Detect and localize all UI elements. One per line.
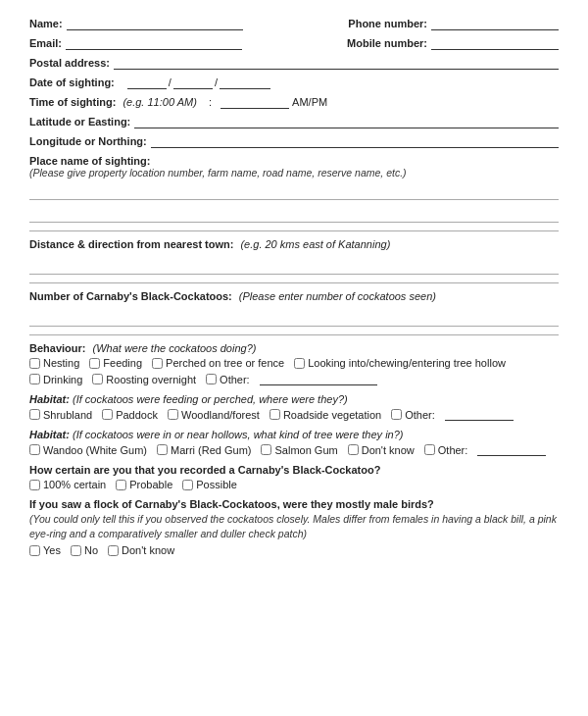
cb-drinking-input[interactable] — [29, 374, 40, 384]
behaviour-block: Behaviour: (What were the cockatoos doin… — [29, 342, 559, 385]
habitat2-row: Wandoo (White Gum) Marri (Red Gum) Salmo… — [29, 443, 559, 456]
cb-probable-input[interactable] — [116, 480, 126, 490]
cb-other-behaviour[interactable]: Other: — [206, 374, 250, 385]
lat-label: Latitude or Easting: — [29, 116, 130, 128]
cb-marri-input[interactable] — [157, 444, 168, 455]
cb-wandoo[interactable]: Wandoo (White Gum) — [29, 444, 147, 456]
behaviour-row2: Drinking Roosting overnight Other: — [29, 373, 559, 385]
cb-yes[interactable]: Yes — [29, 544, 61, 556]
cb-dontknow-flock[interactable]: Don't know — [108, 544, 174, 556]
cb-100certain[interactable]: 100% certain — [29, 479, 106, 490]
other-hab1-input[interactable] — [445, 408, 514, 421]
date-sep1 — [122, 77, 124, 88]
cb-feeding[interactable]: Feeding — [89, 357, 142, 369]
flock-row: Yes No Don't know — [29, 544, 559, 556]
mobile-input[interactable] — [431, 37, 559, 50]
cb-looking-input[interactable] — [294, 358, 305, 369]
cb-100certain-input[interactable] — [29, 480, 40, 490]
habitat2-label: Habitat: — [29, 429, 70, 440]
cb-other-hab1-label: Other: — [405, 409, 435, 421]
cb-perched-label: Perched on tree or fence — [166, 357, 284, 369]
cb-other-hab2[interactable]: Other: — [424, 444, 468, 456]
name-input[interactable] — [67, 18, 243, 30]
cb-salmon-label: Salmon Gum — [274, 444, 337, 456]
lon-input[interactable] — [151, 135, 559, 148]
cb-paddock[interactable]: Paddock — [102, 409, 158, 421]
cb-possible-input[interactable] — [182, 480, 193, 490]
name-label: Name: — [29, 18, 63, 29]
place-note: (Please give property location number, f… — [29, 167, 407, 179]
cb-possible-label: Possible — [196, 479, 237, 490]
date-month[interactable] — [173, 77, 213, 89]
cb-woodland-input[interactable] — [168, 409, 178, 420]
cb-perched[interactable]: Perched on tree or fence — [152, 357, 284, 369]
name-phone-row: Name: Phone number: — [29, 18, 559, 30]
phone-label: Phone number: — [348, 18, 427, 29]
cb-perched-input[interactable] — [152, 358, 163, 369]
cb-woodland[interactable]: Woodland/forest — [168, 409, 260, 421]
place-line1 — [29, 182, 559, 200]
cb-paddock-input[interactable] — [102, 409, 113, 420]
cb-shrubland[interactable]: Shrubland — [29, 409, 92, 421]
mobile-label: Mobile number: — [347, 37, 427, 49]
cb-roadside-input[interactable] — [270, 409, 280, 420]
cb-roosting-input[interactable] — [92, 374, 103, 384]
lat-input[interactable] — [134, 116, 559, 128]
cb-nesting-label: Nesting — [43, 357, 79, 369]
cb-salmon-input[interactable] — [261, 444, 271, 455]
cb-nesting[interactable]: Nesting — [29, 357, 79, 369]
cb-dontknow-flock-input[interactable] — [108, 545, 119, 556]
cb-other-hab2-input[interactable] — [424, 444, 435, 455]
lat-row: Latitude or Easting: — [29, 116, 559, 128]
behaviour-note: (What were the cockatoos doing?) — [93, 342, 257, 354]
divider-2 — [29, 282, 559, 283]
distance-eg: (e.g. 20 kms east of Katanning) — [240, 238, 390, 250]
cb-feeding-input[interactable] — [89, 358, 100, 369]
cb-nesting-input[interactable] — [29, 358, 40, 369]
postal-input[interactable] — [114, 57, 559, 70]
cb-other-hab2-label: Other: — [438, 444, 468, 456]
cb-other-behaviour-input[interactable] — [206, 374, 217, 384]
cb-shrubland-input[interactable] — [29, 409, 40, 420]
other-hab2-input[interactable] — [477, 443, 546, 456]
habitat2-note: (If cockatoos were in or near hollows, w… — [73, 429, 404, 440]
cb-salmon[interactable]: Salmon Gum — [261, 444, 337, 456]
cb-roosting-label: Roosting overnight — [106, 374, 196, 385]
lon-row: Longitude or Northing: — [29, 135, 559, 148]
number-note: (Please enter number of cockatoos seen) — [239, 290, 436, 302]
cb-probable[interactable]: Probable — [116, 479, 172, 490]
date-day[interactable] — [127, 77, 167, 89]
cb-dontknow-tree[interactable]: Don't know — [348, 444, 415, 456]
distance-line — [29, 257, 559, 275]
cb-dontknow-tree-label: Don't know — [362, 444, 415, 456]
certain-block: How certain are you that you recorded a … — [29, 464, 559, 490]
cb-other-hab1-input[interactable] — [391, 409, 402, 420]
cb-no-input[interactable] — [71, 545, 81, 556]
habitat1-label: Habitat: — [29, 393, 70, 405]
cb-woodland-label: Woodland/forest — [181, 409, 260, 421]
cb-no-label: No — [84, 544, 98, 556]
cb-possible[interactable]: Possible — [182, 479, 237, 490]
email-input[interactable] — [66, 37, 242, 50]
cb-other-behaviour-label: Other: — [220, 374, 250, 385]
cb-wandoo-input[interactable] — [29, 444, 40, 455]
cb-looking[interactable]: Looking into/chewing/entering tree hollo… — [294, 357, 506, 369]
date-year[interactable] — [220, 77, 270, 89]
time-row: Time of sighting: (e.g. 11:00 AM) : AM/P… — [29, 96, 559, 109]
cb-roadside[interactable]: Roadside vegetation — [270, 409, 381, 421]
cb-yes-input[interactable] — [29, 545, 40, 556]
cb-marri[interactable]: Marri (Red Gum) — [157, 444, 252, 456]
certain-label: How certain are you that you recorded a … — [29, 464, 380, 476]
other-behaviour-input[interactable] — [260, 373, 377, 385]
cb-dontknow-tree-input[interactable] — [348, 444, 359, 455]
cb-feeding-label: Feeding — [103, 357, 142, 369]
cb-no[interactable]: No — [71, 544, 98, 556]
phone-input[interactable] — [431, 18, 559, 30]
cb-probable-label: Probable — [129, 479, 172, 490]
cb-roosting[interactable]: Roosting overnight — [92, 374, 196, 385]
email-mobile-row: Email: Mobile number: — [29, 37, 559, 50]
time-input[interactable] — [220, 96, 289, 109]
cb-other-hab1[interactable]: Other: — [391, 409, 435, 421]
cb-drinking[interactable]: Drinking — [29, 374, 82, 385]
number-label: Number of Carnaby's Black-Cockatoos: — [29, 290, 232, 302]
